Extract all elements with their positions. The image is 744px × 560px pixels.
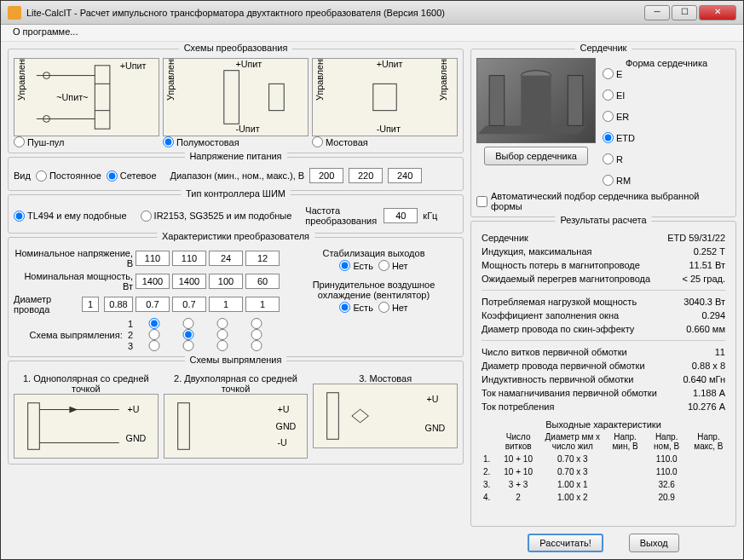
select-core-button[interactable]: Выбор сердечника: [484, 147, 588, 165]
rect3-label: 3. Мостовая: [313, 373, 458, 384]
psu-range-label: Диапазон (мин., ном., макс.), В: [170, 170, 305, 181]
rect-r2c3[interactable]: [210, 329, 235, 340]
input-nv1[interactable]: [136, 251, 170, 266]
pwm-freq-label: Частота преобразования: [305, 205, 378, 226]
input-nv3[interactable]: [209, 251, 243, 266]
shape-etd[interactable]: ETD: [603, 132, 730, 143]
svg-text:-Uпит: -Uпит: [236, 124, 260, 134]
check-auto-core[interactable]: [476, 196, 487, 207]
radio-pushpull[interactable]: Пуш-пул: [14, 136, 159, 147]
rect2-image: +UGND-U: [164, 394, 309, 459]
out-title: Выходные характеристики: [476, 419, 730, 430]
svg-text:GND: GND: [425, 423, 446, 433]
input-d4[interactable]: [245, 297, 280, 312]
nomp-label: Номинальная мощность, Вт: [14, 271, 133, 292]
group-schemes-title: Схемы преобразования: [179, 43, 293, 53]
menubar: О программе...: [1, 25, 743, 42]
input-np1[interactable]: [136, 274, 170, 289]
shape-r[interactable]: R: [603, 153, 730, 165]
group-pwm: Тип контроллера ШИМ TL494 и ему подобные…: [8, 194, 464, 234]
input-vmin[interactable]: [309, 168, 343, 183]
result-label: Индуктивность первичной обмотки: [478, 373, 662, 385]
core-shape-title: Форма сердечника: [603, 58, 730, 68]
titlebar[interactable]: Lite-CalcIT - Расчет импульсного трансфо…: [1, 1, 743, 25]
input-vnom[interactable]: [349, 168, 383, 183]
input-d1[interactable]: [136, 297, 170, 312]
svg-rect-35: [489, 76, 505, 126]
input-np2[interactable]: [172, 274, 206, 289]
rect1-image: +UGND: [14, 394, 159, 459]
input-nv2[interactable]: [172, 251, 206, 266]
result-label: Индукция, максимальная: [478, 245, 662, 257]
shape-ei[interactable]: EI: [603, 89, 730, 101]
radio-stab-yes[interactable]: Есть: [339, 260, 372, 271]
shape-rm[interactable]: RM: [603, 175, 730, 186]
input-d2[interactable]: [172, 297, 206, 312]
svg-rect-13: [269, 84, 285, 110]
group-rects: Схемы выпрямления 1. Однополярная со сре…: [8, 361, 464, 465]
minimize-button[interactable]: ─: [644, 5, 670, 20]
rect-r3c1[interactable]: [141, 340, 167, 351]
group-results: Результаты расчета СердечникETD 59/31/22…: [470, 221, 736, 527]
result-value: ETD 59/31/22: [664, 232, 729, 244]
input-d3[interactable]: [209, 297, 243, 312]
rect-r1c4[interactable]: [244, 318, 269, 329]
scheme-fullbridge-image: Управление Управление +Uпит -Uпит: [312, 58, 458, 136]
svg-rect-38: [521, 76, 551, 126]
input-wd-n[interactable]: [82, 297, 99, 312]
group-psu-title: Напряжение питания: [184, 151, 286, 161]
pwm-freq-unit: кГц: [423, 211, 437, 221]
stab-label: Стабилизация выходов: [290, 248, 458, 258]
radio-ac[interactable]: Сетевое: [107, 170, 157, 182]
rect2-label: 2. Двухполярная со средней точкой: [164, 373, 309, 394]
rect-r3c3[interactable]: [210, 340, 235, 351]
input-wd-d[interactable]: [104, 297, 133, 312]
radio-fullbridge[interactable]: Мостовая: [312, 136, 458, 147]
calc-button[interactable]: Рассчитать!: [528, 534, 603, 552]
svg-rect-18: [373, 84, 396, 110]
rect-r3c2[interactable]: [176, 340, 201, 351]
maximize-button[interactable]: ☐: [672, 5, 697, 20]
svg-text:+Uпит: +Uпит: [377, 59, 403, 69]
menu-about[interactable]: О программе...: [8, 25, 83, 38]
rect-r2c4[interactable]: [244, 329, 269, 340]
input-np4[interactable]: [245, 274, 280, 289]
result-label: Ток потребления: [478, 401, 662, 413]
rect-r3c4[interactable]: [244, 340, 269, 351]
group-conv: Характеристики преобразователя Номинальн…: [8, 237, 464, 357]
result-label: Сердечник: [478, 232, 662, 244]
input-vmax[interactable]: [388, 168, 422, 183]
radio-cool-yes[interactable]: Есть: [339, 302, 372, 313]
shape-er[interactable]: ER: [603, 111, 730, 122]
svg-text:GND: GND: [275, 421, 296, 431]
svg-text:+U: +U: [128, 404, 140, 414]
radio-ir2153[interactable]: IR2153, SG3525 и им подобные: [141, 211, 292, 222]
exit-button[interactable]: Выход: [629, 534, 679, 552]
svg-text:+U: +U: [277, 404, 289, 414]
svg-text:-U: -U: [277, 437, 286, 447]
svg-marker-33: [352, 409, 368, 423]
rect-r1c1[interactable]: [141, 318, 167, 329]
shape-e[interactable]: E: [603, 68, 730, 79]
core-image: [476, 58, 596, 143]
rect-r1c2[interactable]: [176, 318, 201, 329]
result-label: Потребляемая нагрузкой мощность: [478, 296, 662, 308]
result-value: 11: [664, 346, 729, 358]
rect-r1c3[interactable]: [210, 318, 235, 329]
close-button[interactable]: ✕: [699, 5, 736, 20]
radio-dc[interactable]: Постоянное: [36, 170, 101, 182]
radio-stab-no[interactable]: Нет: [378, 260, 408, 271]
scheme-halfbridge-image: Управление +Uпит -Uпит: [163, 58, 309, 136]
rect-r2c2[interactable]: [176, 329, 201, 340]
radio-tl494[interactable]: TL494 и ему подобные: [14, 211, 127, 222]
group-schemes: Схемы преобразования Управление +Uпит ~U…: [8, 49, 464, 153]
input-nv4[interactable]: [245, 251, 280, 266]
result-label: Мощность потерь в магнитопроводе: [478, 259, 662, 271]
result-label: Ожидаемый перегрев магнитопровода: [478, 273, 662, 285]
input-np3[interactable]: [209, 274, 243, 289]
radio-cool-no[interactable]: Нет: [378, 302, 408, 313]
svg-text:+Uпит: +Uпит: [120, 61, 147, 71]
radio-halfbridge[interactable]: Полумостовая: [163, 136, 309, 147]
rect-r2c1[interactable]: [141, 329, 167, 340]
input-freq[interactable]: [384, 208, 418, 223]
